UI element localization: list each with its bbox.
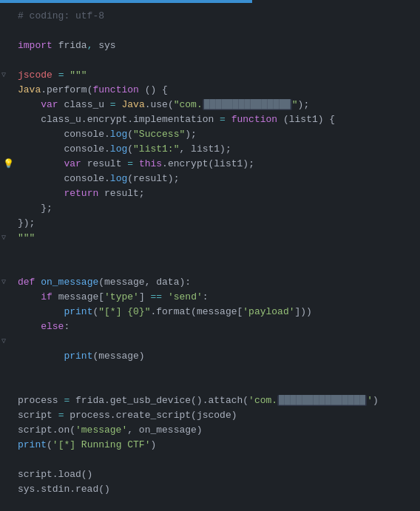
code-line-16: """: [13, 231, 413, 246]
line-32: script.load(): [0, 467, 420, 482]
line-28: script = process.create_script(jscode): [0, 408, 420, 423]
code-line-30: print('[*] Running CTF'): [13, 438, 413, 453]
line-14: };: [0, 201, 420, 216]
code-line-12: console.log(result);: [13, 172, 413, 186]
line-16: ▽ """: [0, 231, 420, 246]
code-line-27: process = frida.get_usb_device().attach(…: [13, 393, 413, 408]
fold-icon-16[interactable]: ▽: [1, 231, 9, 246]
code-line-1: # coding: utf-8: [13, 9, 413, 24]
line-30: print('[*] Running CTF'): [0, 438, 420, 453]
code-line-28: script = process.create_script(jscode): [13, 408, 413, 423]
code-line-9: console.log("Success");: [13, 127, 413, 142]
code-area: # coding: utf-8 import frida, sys ▽ jsco…: [0, 3, 420, 503]
line-13: return result;: [0, 186, 420, 201]
line-25: [0, 364, 420, 379]
bulb-icon: 💡: [3, 157, 14, 172]
line-19: ▽ def on_message(message, data):: [0, 275, 420, 290]
code-line-10: console.log("list1:", list1);: [13, 142, 413, 157]
line-10: console.log("list1:", list1);: [0, 142, 420, 157]
code-line-3: import frida, sys: [13, 38, 413, 53]
code-line-20: if message['type'] == 'send':: [13, 290, 413, 305]
code-line-22: else:: [13, 319, 413, 334]
code-line-19: def on_message(message, data):: [13, 275, 413, 290]
code-line-11: var result = this.encrypt(list1);: [13, 157, 413, 172]
gutter-19: ▽: [0, 275, 13, 290]
line-21: print("[*] {0}".format(message['payload'…: [0, 305, 420, 319]
code-line-6: Java.perform(function () {: [13, 83, 413, 98]
line-27: process = frida.get_usb_device().attach(…: [0, 393, 420, 408]
line-33: sys.stdin.read(): [0, 482, 420, 497]
line-7: var class_u = Java.use("com.████████████…: [0, 98, 420, 112]
fold-icon-5[interactable]: ▽: [1, 68, 9, 83]
code-line-33: sys.stdin.read(): [13, 482, 413, 497]
line-20: if message['type'] == 'send':: [0, 290, 420, 305]
line-1: # coding: utf-8: [0, 9, 420, 24]
line-2: [0, 24, 420, 38]
line-8: class_u.encrypt.implementation = functio…: [0, 112, 420, 127]
line-6: Java.perform(function () {: [0, 83, 420, 98]
line-18: [0, 260, 420, 275]
line-24: print(message): [0, 349, 420, 364]
code-editor: # coding: utf-8 import frida, sys ▽ jsco…: [0, 0, 420, 511]
line-11: 💡 var result = this.encrypt(list1);: [0, 157, 420, 172]
gutter-23: ▽: [0, 334, 13, 349]
line-17: [0, 246, 420, 260]
line-5: ▽ jscode = """: [0, 68, 420, 83]
code-line-8: class_u.encrypt.implementation = functio…: [13, 112, 413, 127]
code-line-32: script.load(): [13, 467, 413, 482]
code-line-21: print("[*] {0}".format(message['payload'…: [13, 305, 413, 319]
code-line-24: print(message): [13, 349, 413, 364]
line-4: [0, 53, 420, 68]
code-line-14: };: [13, 201, 413, 216]
line-3: import frida, sys: [0, 38, 420, 53]
code-line-7: var class_u = Java.use("com.████████████…: [13, 98, 413, 112]
gutter-5: ▽: [0, 68, 13, 83]
code-line-29: script.on('message', on_message): [13, 423, 413, 438]
fold-icon-23[interactable]: ▽: [1, 334, 9, 349]
code-line-15: });: [13, 216, 413, 231]
line-9: console.log("Success");: [0, 127, 420, 142]
line-23: ▽: [0, 334, 420, 349]
line-29: script.on('message', on_message): [0, 423, 420, 438]
gutter-16: ▽: [0, 231, 13, 246]
line-31: [0, 453, 420, 467]
line-26: [0, 379, 420, 393]
line-15: });: [0, 216, 420, 231]
fold-icon-19[interactable]: ▽: [1, 275, 9, 290]
line-22: else:: [0, 319, 420, 334]
code-line-5: jscode = """: [13, 68, 413, 83]
code-line-13: return result;: [13, 186, 413, 201]
line-12: console.log(result);: [0, 172, 420, 186]
